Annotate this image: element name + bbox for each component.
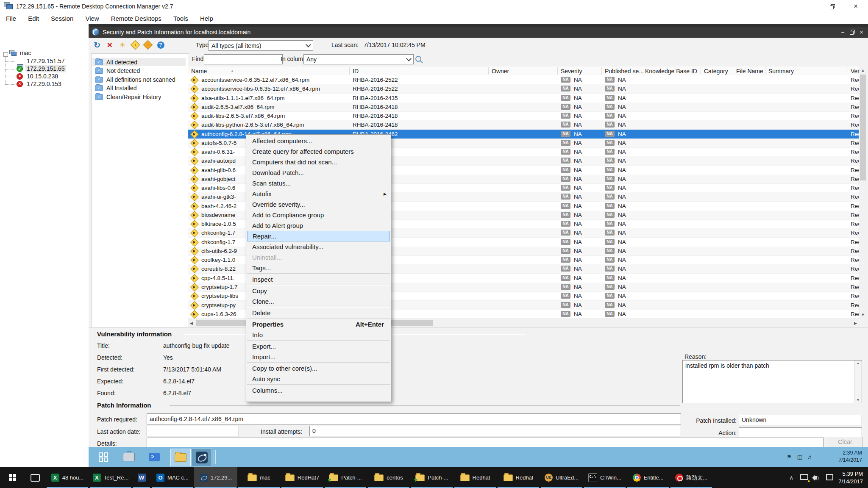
tray-chevron-icon[interactable]: ∧ [785, 474, 798, 481]
patch-required-field[interactable]: authconfig-6.2.8-14.el7.x86_64.rpm [147, 413, 681, 424]
file-explorer-button[interactable] [170, 449, 191, 466]
host-clock[interactable]: 5:39 PM 7/14/2017 [836, 470, 868, 485]
menu-item-uninstall[interactable]: Uninstall... [246, 252, 391, 263]
in-column-combobox[interactable]: Any [303, 54, 414, 64]
remote-tray-display-icon[interactable]: ◫ [797, 454, 802, 460]
inner-close-button[interactable]: × [857, 28, 866, 36]
taskbar-app-redhat[interactable]: Redhat [497, 467, 540, 488]
tree-node-10-15-0-238[interactable]: 10.15.0.238 [25, 72, 59, 80]
menu-item-clone[interactable]: Clone... [246, 296, 391, 307]
remote-tray-volume-icon[interactable]: ♬ [807, 454, 813, 460]
powershell-button[interactable]: >_ [145, 450, 164, 464]
clear-button[interactable]: Clear [828, 437, 862, 447]
scroll-left-icon[interactable]: ◀ [190, 321, 193, 325]
action-field[interactable] [739, 427, 862, 437]
scan-icon[interactable]: ☀ [118, 40, 127, 50]
column-header-owner[interactable]: Owner [492, 68, 509, 75]
reason-textarea[interactable]: installed rpm is older than patch ▲ ▼ [682, 360, 862, 403]
minimize-button[interactable]: — [796, 0, 820, 13]
column-header-category[interactable]: Category [704, 68, 728, 75]
menu-item-columns[interactable]: Columns... [246, 385, 391, 396]
menu-item-create-query-for-affected-computers[interactable]: Create query for affected computers [246, 146, 391, 157]
taskbar-app-redhat7[interactable]: RedHat7 [281, 467, 324, 488]
tree-node-172-29-0-153[interactable]: 172.29.0.153 [25, 80, 63, 88]
menu-item-info[interactable]: Info [246, 330, 391, 340]
delete-icon[interactable]: × [105, 40, 114, 50]
network-icon[interactable]: ▲ [798, 474, 810, 481]
category-clean-repair-history[interactable]: ✓Clean/Repair History [92, 93, 186, 101]
table-row[interactable]: accountsservice-libs-0.6.35-12.el7.x86_6… [188, 84, 859, 94]
install-attempts-field[interactable]: 0 [309, 426, 681, 436]
remote-clock[interactable]: 2:39 AM 7/14/2017 [838, 449, 862, 464]
table-header[interactable]: NameIDOwnerSeverityPublished se...Knowle… [188, 67, 859, 76]
menu-session[interactable]: Session [45, 13, 79, 24]
menu-item-autofix[interactable]: Autofix▶ [246, 189, 391, 199]
column-header-name[interactable]: Name [191, 68, 207, 75]
taskbar-app-test-re[interactable]: XTest_Re... [89, 467, 132, 488]
table-row[interactable]: audit-2.6.5-3.el7.x86_64.rpmRHBA-2016-24… [188, 103, 859, 112]
column-header-published-se-[interactable]: Published se... [605, 68, 644, 75]
vertical-scroll-thumb[interactable] [860, 75, 866, 180]
menu-item-import[interactable]: Import... [246, 352, 391, 362]
menu-help[interactable]: Help [194, 13, 219, 24]
menu-edit[interactable]: Edit [22, 13, 45, 24]
patch-app-button[interactable] [192, 449, 212, 466]
category-all-definitions-not-scanned[interactable]: ✓All definitions not scanned [92, 75, 186, 83]
menu-remote-desktops[interactable]: Remote Desktops [105, 13, 167, 24]
table-row[interactable]: accountsservice-0.6.35-12.el7.x86_64.rpm… [188, 75, 859, 85]
taskbar-app-entitle[interactable]: Entitle... [626, 467, 670, 488]
column-header-file-name[interactable]: File Name [736, 68, 763, 75]
menu-item-copy[interactable]: Copy [246, 286, 391, 296]
vertical-scrollbar[interactable]: ▲ ▼ [859, 67, 867, 319]
scroll-right-icon[interactable]: ▶ [854, 321, 857, 325]
tree-node-172-29-151-57[interactable]: 172.29.151.57 [25, 57, 66, 65]
patch-installed-field[interactable]: Unknown [739, 415, 862, 425]
taskbar-app-centos[interactable]: centos [367, 467, 410, 488]
search-icon[interactable] [415, 56, 421, 62]
menu-item-inspect[interactable]: Inspect [246, 274, 391, 285]
scroll-down-icon[interactable]: ▼ [854, 398, 862, 402]
tree-expander[interactable]: − [3, 52, 8, 57]
category-not-detected[interactable]: ✓Not detected [92, 67, 186, 75]
menu-item-affected-computers[interactable]: Affected computers... [246, 136, 391, 146]
inner-minimize-button[interactable]: – [838, 28, 847, 36]
column-header-severity[interactable]: Severity [561, 68, 582, 75]
last-action-date-field[interactable] [147, 426, 239, 436]
find-input[interactable] [204, 54, 283, 64]
column-header-knowledge-base-id[interactable]: Knowledge Base ID [645, 68, 697, 75]
menu-tools[interactable]: Tools [167, 13, 194, 24]
remote-tray-network-icon[interactable]: ⚑ [787, 454, 792, 460]
remote-start-button[interactable] [94, 450, 113, 464]
table-row[interactable]: alsa-utils-1.1.1-1.el7.x86_64.rpmRHBA-20… [188, 94, 859, 103]
tree-root-label[interactable]: mac [19, 49, 32, 57]
menu-item-add-to-compliance-group[interactable]: Add to Compliance group [246, 210, 391, 220]
menu-item-copy-to-other-core-s[interactable]: Copy to other core(s)... [246, 363, 391, 374]
server-manager-button[interactable] [120, 450, 138, 464]
reason-scrollbar[interactable]: ▲ ▼ [854, 360, 862, 403]
menu-item-computers-that-did-not-scan[interactable]: Computers that did not scan... [246, 157, 391, 167]
taskbar-app-[interactable]: 路劲太... [670, 467, 713, 488]
download-patch-icon[interactable]: ↓ [131, 40, 140, 50]
menu-item-download-patch[interactable]: Download Patch... [246, 167, 391, 178]
taskbar-app-ultraed[interactable]: UEUltraEd... [540, 467, 583, 488]
category-all-installed[interactable]: ✓All Installed [92, 84, 186, 92]
refresh-icon[interactable]: ↻ [92, 40, 102, 50]
type-combobox[interactable]: All types (all items) [209, 40, 313, 51]
column-header-id[interactable]: ID [353, 68, 359, 75]
menu-item-tags[interactable]: Tags... [246, 263, 391, 273]
restore-button[interactable] [820, 0, 844, 13]
start-button[interactable] [0, 467, 25, 488]
upload-patch-icon[interactable]: ↑ [143, 40, 153, 50]
menu-file[interactable]: File [0, 13, 22, 24]
taskbar-app-word[interactable]: W [132, 467, 151, 488]
menu-item-scan-status[interactable]: Scan status... [246, 178, 391, 189]
taskbar-app-c-win[interactable]: C:\C:\Win... [583, 467, 626, 488]
close-button[interactable]: × [844, 0, 868, 13]
scroll-up-icon[interactable]: ▲ [859, 68, 867, 72]
menu-item-override-severity[interactable]: Override severity... [246, 199, 391, 210]
volume-icon[interactable]: ) [810, 474, 823, 481]
scroll-down-icon[interactable]: ▼ [859, 313, 867, 317]
details-field[interactable] [147, 438, 824, 447]
menu-item-export[interactable]: Export... [246, 341, 391, 352]
tree-node-172-29-151-65[interactable]: 172.29.151.65 [25, 65, 66, 72]
